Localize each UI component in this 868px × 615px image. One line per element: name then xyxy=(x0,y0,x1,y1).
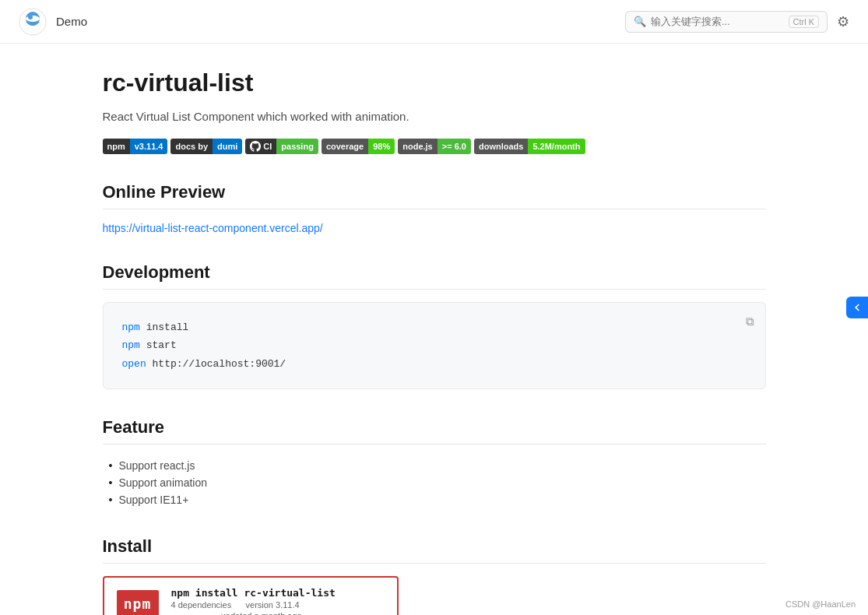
search-shortcut: Ctrl K xyxy=(789,16,820,28)
code-keyword-2: npm xyxy=(122,339,140,351)
code-block: npm install npm start open http://localh… xyxy=(103,302,766,389)
header: Demo 🔍 Ctrl K ⚙ xyxy=(0,0,868,44)
badge-coverage: coverage 98% xyxy=(322,139,395,154)
svg-point-2 xyxy=(26,16,40,22)
page-title: rc-virtual-list xyxy=(103,69,766,97)
npm-logo-text: npm xyxy=(124,596,152,612)
online-preview-heading: Online Preview xyxy=(103,182,766,209)
npm-info: npm install rc-virtual-list 4 dependenci… xyxy=(171,587,336,615)
header-title: Demo xyxy=(56,15,87,28)
npm-logo: npm xyxy=(117,590,159,615)
badge-downloads: downloads 5.2M/month xyxy=(474,139,585,154)
install-heading: Install xyxy=(103,536,766,564)
feature-item-3: Support IE11+ xyxy=(109,491,766,508)
badge-docs: docs by dumi xyxy=(170,139,242,154)
badge-npm: npm v3.11.4 xyxy=(103,139,168,154)
footer-note: CSDN @HaanLen xyxy=(785,599,856,609)
code-keyword-3: open xyxy=(122,358,146,370)
feature-item-1: Support react.js xyxy=(109,457,766,474)
code-line-1: npm install xyxy=(122,318,747,336)
badge-ci: CI passing xyxy=(245,139,318,154)
code-keyword-1: npm xyxy=(122,322,140,333)
development-heading: Development xyxy=(103,262,766,290)
header-left: Demo xyxy=(19,8,87,36)
npm-card: npm npm install rc-virtual-list 4 depend… xyxy=(103,576,399,615)
copy-icon[interactable]: ⧉ xyxy=(746,312,754,333)
npm-dependencies: 4 dependencies version 3.11.4 xyxy=(171,600,336,610)
npm-install-command: npm install rc-virtual-list xyxy=(171,587,336,599)
logo-icon xyxy=(19,8,47,36)
npm-updated: updated a month ago xyxy=(171,611,336,615)
sidebar-arrow-icon xyxy=(852,302,863,313)
floating-sidebar-button[interactable] xyxy=(846,297,868,318)
online-preview-link[interactable]: https://virtual-list-react-component.ver… xyxy=(103,222,323,234)
code-line-2: npm start xyxy=(122,336,747,354)
development-section: Development npm install npm start open h… xyxy=(103,262,766,389)
svg-point-3 xyxy=(28,15,33,19)
badge-nodejs: node.js >= 6.0 xyxy=(398,139,471,154)
search-input[interactable] xyxy=(651,16,784,27)
feature-section: Feature Support react.js Support animati… xyxy=(103,417,766,508)
feature-list: Support react.js Support animation Suppo… xyxy=(103,457,766,508)
code-line-3: open http://localhost:9001/ xyxy=(122,355,747,373)
online-preview-section: Online Preview https://virtual-list-reac… xyxy=(103,182,766,234)
settings-icon[interactable]: ⚙ xyxy=(837,13,849,30)
main-content: rc-virtual-list React Virtual List Compo… xyxy=(84,44,785,615)
feature-item-2: Support animation xyxy=(109,474,766,491)
install-section: Install npm npm install rc-virtual-list … xyxy=(103,536,766,615)
search-bar[interactable]: 🔍 Ctrl K xyxy=(625,11,828,33)
feature-heading: Feature xyxy=(103,417,766,445)
github-icon xyxy=(250,141,261,152)
badges-container: npm v3.11.4 docs by dumi CI passing cove… xyxy=(103,139,766,154)
search-icon: 🔍 xyxy=(634,16,646,27)
header-right: 🔍 Ctrl K ⚙ xyxy=(625,11,849,33)
page-description: React Virtual List Component which worke… xyxy=(103,110,766,123)
